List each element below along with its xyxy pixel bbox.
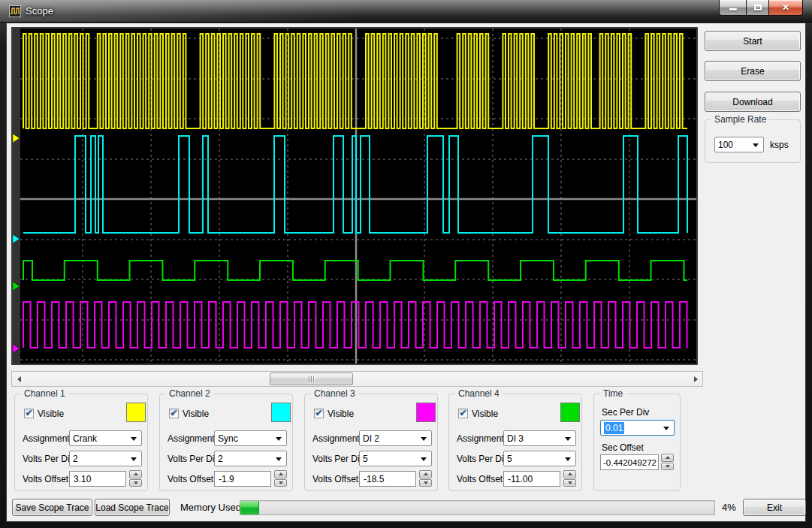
scrollbar-thumb[interactable] bbox=[270, 373, 353, 385]
channel-2-visible-checkbox[interactable]: ✔ bbox=[169, 409, 179, 418]
channel-2-color-swatch[interactable] bbox=[271, 403, 291, 422]
scroll-right-icon bbox=[694, 376, 698, 382]
assignment-label: Assignment bbox=[457, 433, 504, 444]
sec-per-div-combo[interactable]: 0.01 bbox=[600, 420, 675, 436]
scroll-right-button[interactable] bbox=[689, 372, 702, 386]
channel-3-visible-label: Visible bbox=[328, 409, 354, 419]
sample-rate-combo[interactable]: 100 bbox=[714, 137, 764, 152]
channel-3-volts-per-div-combo[interactable]: 5 bbox=[359, 451, 432, 466]
channel-3-volts-offset-input[interactable]: -18.5 bbox=[359, 471, 416, 487]
spin-down-button[interactable] bbox=[274, 479, 287, 487]
channel-2-volts-per-div-combo[interactable]: 2 bbox=[214, 451, 287, 466]
down-arrow-icon bbox=[279, 481, 283, 484]
channel-1-color-swatch[interactable] bbox=[126, 403, 146, 422]
download-button[interactable]: Download bbox=[705, 92, 801, 112]
channel-2-volts-offset-input[interactable]: -1.9 bbox=[214, 471, 271, 487]
checkmark-icon: ✔ bbox=[170, 409, 177, 417]
spin-up-button[interactable] bbox=[419, 470, 432, 478]
chevron-down-icon bbox=[421, 457, 427, 461]
memory-used-label: Memory Used: bbox=[180, 502, 244, 513]
chevron-down-icon bbox=[131, 437, 137, 441]
spin-up-button[interactable] bbox=[661, 454, 674, 462]
sec-offset-input[interactable]: -0.442049272 bbox=[600, 454, 659, 470]
sample-rate-group: Sample Rate 100 ksps bbox=[705, 119, 801, 163]
sample-rate-value: 100 bbox=[718, 140, 733, 150]
chevron-down-icon bbox=[421, 437, 427, 441]
erase-button[interactable]: Erase bbox=[705, 61, 801, 81]
thumb-grip-icon bbox=[309, 376, 309, 382]
channel-4-color-swatch[interactable] bbox=[560, 403, 580, 422]
sec-per-div-value: 0.01 bbox=[604, 422, 624, 434]
sec-offset-spinner bbox=[661, 454, 674, 470]
channel-1-visible-label: Visible bbox=[38, 409, 64, 419]
scroll-left-button[interactable] bbox=[12, 372, 26, 386]
down-arrow-icon bbox=[134, 481, 138, 484]
channel-3-assignment-combo[interactable]: DI 2 bbox=[359, 430, 432, 446]
channel-3-group: Channel 3 ✔ Visible Assignment DI 2 Volt… bbox=[304, 394, 438, 491]
time-scrollbar[interactable] bbox=[11, 371, 703, 387]
scope-plot bbox=[13, 29, 696, 364]
assignment-label: Assignment bbox=[312, 433, 360, 444]
time-group: Time Sec Per Div 0.01 Sec Offset -0.4420… bbox=[593, 394, 681, 491]
channel-4-assignment-combo[interactable]: DI 3 bbox=[503, 430, 576, 446]
start-button[interactable]: Start bbox=[705, 31, 801, 51]
spin-down-button[interactable] bbox=[129, 479, 142, 487]
volts-offset-label: Volts Offset bbox=[168, 474, 213, 484]
spin-down-button[interactable] bbox=[661, 463, 674, 471]
checkmark-icon: ✔ bbox=[25, 409, 32, 417]
channel-4-volts-offset-input[interactable]: -11.00 bbox=[503, 471, 560, 487]
scope-window: { "window": { "title": "Scope" }, "right… bbox=[0, 0, 812, 528]
channel-1-offset-spinner bbox=[129, 470, 142, 487]
volts-offset-value: -1.9 bbox=[219, 474, 234, 484]
volts-offset-label: Volts Offset bbox=[457, 474, 503, 484]
chevron-down-icon bbox=[276, 437, 282, 441]
volts-offset-value: 3.10 bbox=[74, 474, 91, 484]
channel-4-volts-per-div-combo[interactable]: 5 bbox=[503, 451, 576, 466]
channel-2-title: Channel 2 bbox=[166, 388, 213, 399]
close-button[interactable]: ✕ bbox=[768, 0, 803, 16]
sec-offset-label: Sec Offset bbox=[602, 442, 644, 453]
sec-per-div-label: Sec Per Div bbox=[602, 407, 649, 418]
memory-used-progressbar bbox=[240, 500, 715, 515]
channel-2-offset-spinner bbox=[274, 470, 287, 487]
close-icon: ✕ bbox=[782, 2, 789, 13]
exit-button[interactable]: Exit bbox=[743, 499, 806, 516]
window-title: Scope bbox=[26, 5, 53, 17]
minimize-button[interactable] bbox=[719, 0, 747, 16]
spin-down-button[interactable] bbox=[563, 479, 576, 487]
client-area: Start Erase Download Sample Rate 100 ksp… bbox=[6, 23, 806, 522]
spin-up-button[interactable] bbox=[274, 470, 287, 478]
assignment-label: Assignment bbox=[23, 433, 70, 444]
spin-up-button[interactable] bbox=[129, 470, 142, 478]
channel-3-color-swatch[interactable] bbox=[416, 403, 436, 422]
volts-offset-label: Volts Offset bbox=[312, 474, 358, 484]
load-scope-trace-button[interactable]: Load Scope Trace bbox=[95, 499, 170, 516]
spin-down-button[interactable] bbox=[419, 479, 432, 487]
volts-per-div-label: Volts Per Div bbox=[312, 454, 364, 464]
channel-4-offset-spinner bbox=[563, 470, 576, 487]
titlebar[interactable]: Scope ✕ bbox=[0, 0, 812, 23]
channel-1-volts-per-div-combo[interactable]: 2 bbox=[69, 451, 142, 466]
volts-offset-label: Volts Offset bbox=[23, 474, 68, 484]
channel-2-visible-label: Visible bbox=[183, 409, 209, 419]
channel-1-volts-offset-input[interactable]: 3.10 bbox=[69, 471, 126, 487]
channel-4-group: Channel 4 ✔ Visible Assignment DI 3 Volt… bbox=[448, 394, 582, 491]
spin-up-button[interactable] bbox=[563, 470, 576, 478]
channel-4-visible-checkbox[interactable]: ✔ bbox=[458, 409, 468, 418]
save-scope-trace-button[interactable]: Save Scope Trace bbox=[12, 499, 92, 516]
assignment-value: Sync bbox=[218, 433, 238, 444]
up-arrow-icon bbox=[134, 472, 138, 475]
volts-per-div-value: 2 bbox=[218, 454, 223, 464]
scroll-left-icon bbox=[17, 376, 21, 382]
channel-3-visible-checkbox[interactable]: ✔ bbox=[314, 409, 324, 418]
channel-2-group: Channel 2 ✔ Visible Assignment Sync Volt… bbox=[159, 394, 293, 491]
down-arrow-icon bbox=[666, 465, 670, 468]
channel-2-assignment-combo[interactable]: Sync bbox=[214, 430, 287, 446]
up-arrow-icon bbox=[568, 472, 572, 475]
chevron-down-icon bbox=[753, 143, 759, 147]
maximize-button[interactable] bbox=[747, 0, 768, 16]
channel-1-visible-checkbox[interactable]: ✔ bbox=[24, 409, 34, 418]
time-group-title: Time bbox=[600, 388, 626, 399]
channel-1-assignment-combo[interactable]: Crank bbox=[69, 430, 142, 446]
volts-per-div-value: 5 bbox=[507, 454, 512, 464]
